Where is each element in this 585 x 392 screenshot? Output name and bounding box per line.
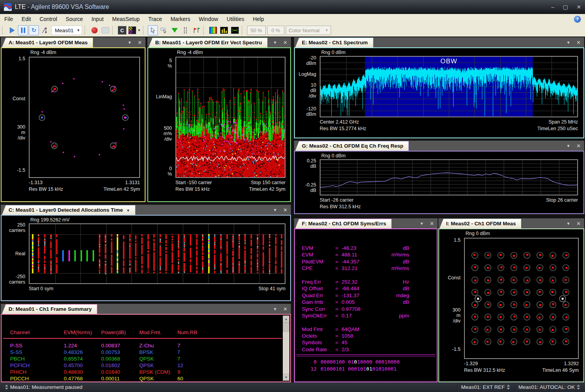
menu-item-help[interactable]: Help <box>249 14 268 24</box>
panel-close-icon[interactable]: ✕ <box>576 221 581 226</box>
help-icon[interactable]: ? <box>574 16 581 23</box>
error-spectrum-canvas[interactable] <box>176 57 285 177</box>
menu-item-meassetup[interactable]: MeasSetup <box>108 14 144 24</box>
qam-constellation-canvas[interactable] <box>465 239 578 358</box>
toolbar-group-handle[interactable] <box>84 26 87 35</box>
panel-tab[interactable]: A: Meas01 - Layer0 OFDM Meas <box>2 38 93 47</box>
correction-button[interactable]: C <box>117 25 127 35</box>
scroll-thumb[interactable] <box>283 322 289 332</box>
panel-tab[interactable]: G: Meas02 - Ch1 OFDM Eq Ch Freq Resp <box>295 141 409 151</box>
constellation-canvas[interactable] <box>30 57 139 177</box>
table-cell: 0.00837 <box>101 343 120 348</box>
close-button[interactable]: ✕ <box>576 4 581 10</box>
result-row: EVM=-46.23dB <box>302 245 434 251</box>
panel-tab[interactable]: I: Meas02 - Ch1 OFDM Meas <box>440 219 521 228</box>
record-button[interactable] <box>89 25 100 35</box>
panel-close-icon[interactable]: ✕ <box>283 306 287 312</box>
freq-response-canvas[interactable] <box>321 160 577 195</box>
panel-close-icon[interactable]: ✕ <box>576 40 581 45</box>
tab-dropdown-icon[interactable]: ▼ <box>126 209 130 213</box>
panel-menu-caret[interactable]: ▼ <box>128 40 131 45</box>
move-marker-button[interactable] <box>159 25 169 35</box>
play-button[interactable] <box>7 25 17 35</box>
column-header[interactable]: Mod.Fmt. <box>139 329 161 335</box>
y-axis-label: -1.5 <box>439 347 461 352</box>
scroll-down-icon[interactable]: ▼ <box>283 374 289 381</box>
panel-menu-caret[interactable]: ▼ <box>273 208 277 212</box>
status-spinner[interactable] <box>5 385 8 390</box>
menu-item-edit[interactable]: Edit <box>18 14 35 24</box>
panel-close-icon[interactable]: ✕ <box>283 207 287 213</box>
spectrum-view-button[interactable] <box>208 25 218 35</box>
column-header[interactable]: Channel <box>10 329 30 335</box>
couple-markers-button[interactable] <box>180 25 191 35</box>
panel-menu-caret[interactable]: ▼ <box>566 144 570 148</box>
panel-tab[interactable]: F: Meas02 - Ch1 OFDM Syms/Errs <box>295 219 392 228</box>
y-axis-label: -120dBm <box>295 106 316 117</box>
panel-tab[interactable]: B: Meas01 - Layer0 OFDM Err Vect Spectru <box>149 38 268 47</box>
panel-menu-caret[interactable]: ▼ <box>273 307 277 311</box>
column-header[interactable]: EVM(%rms) <box>64 329 92 335</box>
menu-item-file[interactable]: File <box>0 14 18 24</box>
marker-flags-button[interactable] <box>191 25 201 35</box>
title-bar: LTE - Agilent 89600 VSA Software – ▢ ✕ <box>0 0 585 14</box>
marker-to-peak-button[interactable] <box>170 25 180 35</box>
toolbar-group-handle[interactable] <box>112 26 115 35</box>
menu-item-source[interactable]: Source <box>61 14 87 24</box>
measurement-select[interactable]: Meas01▼ <box>51 26 82 35</box>
status-spinner[interactable] <box>577 385 580 390</box>
table-cell: PBCH <box>10 356 25 362</box>
menu-item-control[interactable]: Control <box>35 14 61 24</box>
range-label: Rng -4 dBm <box>30 50 56 55</box>
menu-item-input[interactable]: Input <box>87 14 108 24</box>
trigger-icon <box>41 27 48 34</box>
panel-close-icon[interactable]: ✕ <box>138 40 142 45</box>
menu-item-window[interactable]: Window <box>194 14 222 24</box>
restart-button[interactable]: ↻ <box>29 25 39 35</box>
layout-grid-button[interactable]: ▼ <box>128 25 141 35</box>
plot-area <box>175 57 285 178</box>
maximize-button[interactable]: ▢ <box>563 4 568 10</box>
y-axis-label: 10dB/div <box>295 82 316 99</box>
color-mode-select[interactable]: Color Normal▼ <box>286 26 331 35</box>
result-row: Sync Corr=0.97708 <box>302 306 434 312</box>
panel-tab[interactable]: E: Meas02 - Ch1 Spectrum <box>295 38 373 47</box>
trigger-button[interactable] <box>40 25 50 35</box>
panel-tab-strip: D: Meas01 - Ch1 Frame Summary ▼✕ <box>1 304 291 314</box>
autocal-status: Meas01: AUTOCAL: OK <box>518 384 575 390</box>
status-spinner[interactable] <box>507 385 510 390</box>
trace-zoom-input[interactable] <box>247 26 266 35</box>
panel-menu-caret[interactable]: ▼ <box>566 221 570 226</box>
scroll-up-icon[interactable]: ▲ <box>283 315 289 322</box>
panel-tab[interactable]: C: Meas01 - Layer0 Detected Allocations … <box>2 205 135 215</box>
panel-menu-caret[interactable]: ▼ <box>273 40 277 45</box>
menu-item-utilities[interactable]: Utilities <box>222 14 249 24</box>
allocations-canvas[interactable] <box>30 224 285 283</box>
panel-tab-strip: F: Meas02 - Ch1 OFDM Syms/Errs ▼✕ <box>294 218 438 228</box>
panel-tab[interactable]: D: Meas01 - Ch1 Frame Summary <box>2 304 97 314</box>
select-pointer-button[interactable] <box>148 25 158 35</box>
column-header[interactable]: Num.RB <box>177 329 197 335</box>
minimize-button[interactable]: – <box>551 4 554 10</box>
table-scrollbar[interactable]: ▲ ▼ <box>283 315 289 381</box>
playback-display-button[interactable] <box>100 25 110 35</box>
spectrum-canvas[interactable] <box>321 57 577 117</box>
toolbar-group-handle[interactable] <box>203 26 206 35</box>
toolbar-group-handle[interactable] <box>242 26 244 35</box>
panel-close-icon[interactable]: ✕ <box>283 40 287 45</box>
syms-errs-display: EVM=-46.23dBEVM=488.11m%rmsPilotEVM=-44.… <box>294 228 438 382</box>
menu-item-markers[interactable]: Markers <box>166 14 194 24</box>
panel-close-icon[interactable]: ✕ <box>576 143 581 149</box>
toolbar-group-handle[interactable] <box>2 26 5 35</box>
menu-item-trace[interactable]: Trace <box>144 14 166 24</box>
panel-close-icon[interactable]: ✕ <box>430 221 434 226</box>
column-header[interactable]: Power(dB) <box>101 329 126 335</box>
eye-diagram-button[interactable] <box>230 25 240 35</box>
result-row: Mod Fmt=64QAM <box>302 326 434 333</box>
spectrogram-view-button[interactable] <box>219 25 229 35</box>
trace-offset-input[interactable] <box>267 26 284 35</box>
panel-menu-caret[interactable]: ▼ <box>566 40 570 45</box>
panel-menu-caret[interactable]: ▼ <box>420 221 424 226</box>
pause-button[interactable] <box>18 25 28 35</box>
toolbar-group-handle[interactable] <box>143 26 145 35</box>
